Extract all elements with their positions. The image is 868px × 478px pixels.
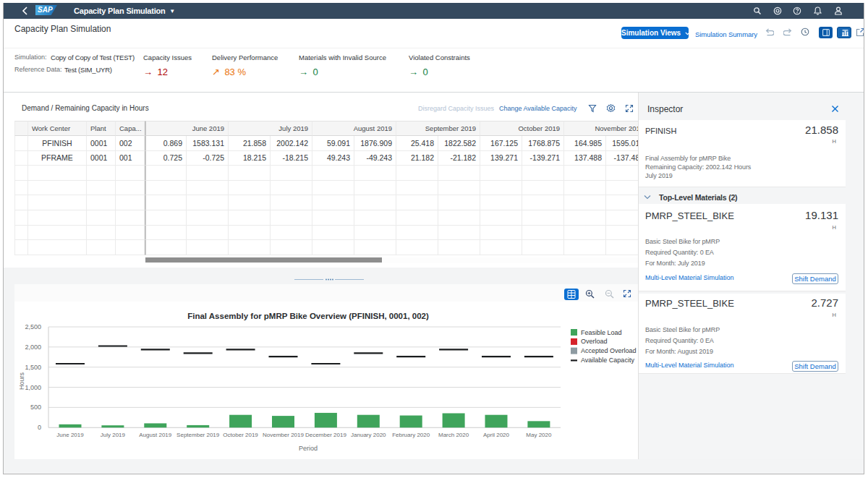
svg-text:Period: Period <box>299 445 318 452</box>
svg-text:Overload: Overload <box>581 338 608 345</box>
svg-text:April 2020: April 2020 <box>483 432 510 438</box>
svg-text:March 2020: March 2020 <box>438 432 469 438</box>
svg-text:500: 500 <box>30 404 41 411</box>
svg-text:2,000: 2,000 <box>25 343 41 351</box>
svg-text:October 2019: October 2019 <box>223 432 258 438</box>
svg-text:Feasible Load: Feasible Load <box>581 329 622 336</box>
svg-text:January 2020: January 2020 <box>351 432 386 438</box>
svg-text:0: 0 <box>38 424 41 431</box>
svg-text:Available Capacity: Available Capacity <box>581 357 634 364</box>
svg-text:1,000: 1,000 <box>25 384 41 391</box>
svg-text:September 2019: September 2019 <box>176 432 220 438</box>
svg-text:February 2020: February 2020 <box>392 432 430 438</box>
svg-text:Accepted Overload: Accepted Overload <box>581 347 637 354</box>
svg-text:2,500: 2,500 <box>25 323 41 330</box>
svg-text:December 2019: December 2019 <box>305 432 346 438</box>
svg-text:June 2019: June 2019 <box>56 432 84 438</box>
svg-text:1,500: 1,500 <box>25 364 41 371</box>
svg-text:Final Assembly for pMRP Bike O: Final Assembly for pMRP Bike Overview (P… <box>187 312 429 320</box>
svg-text:May 2020: May 2020 <box>526 432 552 438</box>
svg-text:August 2019: August 2019 <box>139 432 171 438</box>
svg-text:July 2019: July 2019 <box>101 432 126 438</box>
svg-text:November 2019: November 2019 <box>263 432 304 438</box>
svg-text:Hours: Hours <box>18 372 25 390</box>
